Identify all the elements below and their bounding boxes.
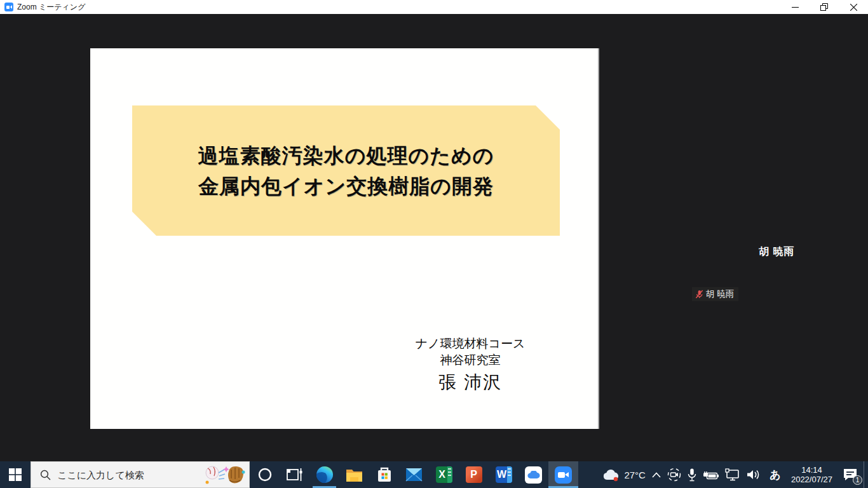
clock-time: 14:14	[791, 465, 832, 475]
powerpoint-letter: P	[470, 469, 477, 480]
word-icon: W	[496, 466, 512, 483]
show-desktop-button[interactable]	[864, 461, 868, 488]
excel-icon: X	[436, 466, 452, 483]
powerpoint-icon: P	[466, 466, 482, 483]
slide-author-block: ナノ環境材料コース 神谷研究室 張 沛沢	[381, 336, 559, 394]
excel-sheet-strip	[447, 466, 452, 483]
taskbar-app-word[interactable]: W	[489, 461, 519, 488]
close-icon	[850, 4, 857, 11]
file-explorer-icon	[346, 468, 363, 482]
taskbar-app-mail[interactable]	[399, 461, 429, 488]
windows-taskbar: X P W 27°C	[0, 461, 868, 488]
word-letter: W	[497, 469, 506, 480]
slide-course: ナノ環境材料コース	[381, 336, 559, 352]
tray-camera-indicator[interactable]	[664, 461, 684, 488]
close-button[interactable]	[839, 0, 868, 14]
mail-icon	[405, 468, 423, 482]
start-button[interactable]	[0, 461, 31, 488]
taskbar-app-edge[interactable]	[309, 461, 339, 488]
clock-date: 2022/07/27	[791, 475, 832, 484]
slide-title-line2: 金属内包イオン交換樹脂の開発	[198, 171, 494, 201]
microphone-icon	[688, 468, 696, 482]
camera-in-use-icon	[667, 468, 681, 482]
shared-presentation-slide: 過塩素酸汚染水の処理のための 金属内包イオン交換樹脂の開発 ナノ環境材料コース …	[90, 48, 599, 429]
edge-icon	[316, 466, 333, 483]
tray-microphone[interactable]	[684, 461, 700, 488]
participant-video-name: 胡 暁雨	[759, 245, 794, 259]
start-icon	[9, 468, 22, 481]
icloud-icon	[525, 466, 542, 484]
taskbar-app-microsoft-store[interactable]	[369, 461, 399, 488]
slide-author: 張 沛沢	[381, 371, 559, 394]
minimize-icon	[792, 4, 799, 11]
excel-letter: X	[438, 469, 445, 480]
task-view-icon	[287, 468, 303, 482]
ethernet-display-icon	[725, 468, 740, 481]
taskbar-search[interactable]	[31, 461, 250, 488]
window-title: Zoom ミーティング	[17, 2, 85, 13]
zoom-app-icon	[555, 466, 572, 484]
muted-mic-icon	[695, 290, 703, 299]
weather-icon	[602, 468, 622, 482]
taskbar-app-powerpoint[interactable]: P	[459, 461, 489, 488]
speaker-volume-icon	[747, 469, 761, 480]
system-tray: 27°C	[599, 461, 868, 488]
weather-widget[interactable]: 27°C	[599, 461, 649, 488]
action-center-button[interactable]: 1	[837, 461, 864, 488]
taskbar-app-cortana[interactable]	[250, 461, 280, 488]
restore-icon	[820, 3, 828, 11]
search-highlight-art	[203, 464, 245, 485]
battery-charging-icon	[703, 470, 719, 480]
window-titlebar: Zoom ミーティング	[0, 0, 868, 14]
taskbar-app-icloud[interactable]	[519, 461, 548, 488]
chevron-up-icon	[652, 472, 661, 478]
minimize-button[interactable]	[780, 0, 810, 14]
microsoft-store-icon	[376, 466, 393, 483]
taskbar-spacer	[578, 461, 599, 488]
ime-label: あ	[767, 468, 783, 482]
search-icon	[40, 470, 51, 480]
taskbar-app-excel[interactable]: X	[429, 461, 459, 488]
tray-ime-mode[interactable]: あ	[764, 461, 787, 488]
taskbar-app-zoom[interactable]	[548, 461, 578, 488]
slide-lab: 神谷研究室	[381, 352, 559, 369]
slide-title-box: 過塩素酸汚染水の処理のための 金属内包イオン交換樹脂の開発	[132, 105, 560, 236]
participant-name-badge: 胡 暁雨	[692, 287, 738, 301]
taskbar-app-file-explorer[interactable]	[339, 461, 369, 488]
cortana-icon	[257, 467, 273, 482]
meeting-content-area: 過塩素酸汚染水の処理のための 金属内包イオン交換樹脂の開発 ナノ環境材料コース …	[0, 14, 868, 461]
participant-badge-name: 胡 暁雨	[706, 288, 734, 300]
tray-chevron-button[interactable]	[649, 461, 664, 488]
restore-button[interactable]	[810, 0, 839, 14]
taskbar-app-task-view[interactable]	[280, 461, 309, 488]
word-doc-strip	[507, 466, 512, 483]
notification-count-badge: 1	[853, 475, 862, 485]
search-input[interactable]	[57, 470, 203, 480]
tray-battery[interactable]	[700, 461, 722, 488]
temperature-label: 27°C	[624, 470, 646, 480]
zoom-logo-icon	[4, 3, 13, 11]
tray-clock[interactable]: 14:14 2022/07/27	[787, 465, 837, 484]
tray-volume[interactable]	[743, 461, 764, 488]
slide-title: 過塩素酸汚染水の処理のための 金属内包イオン交換樹脂の開発	[198, 140, 494, 201]
tray-network[interactable]	[722, 461, 743, 488]
slide-title-line1: 過塩素酸汚染水の処理のための	[198, 140, 494, 171]
